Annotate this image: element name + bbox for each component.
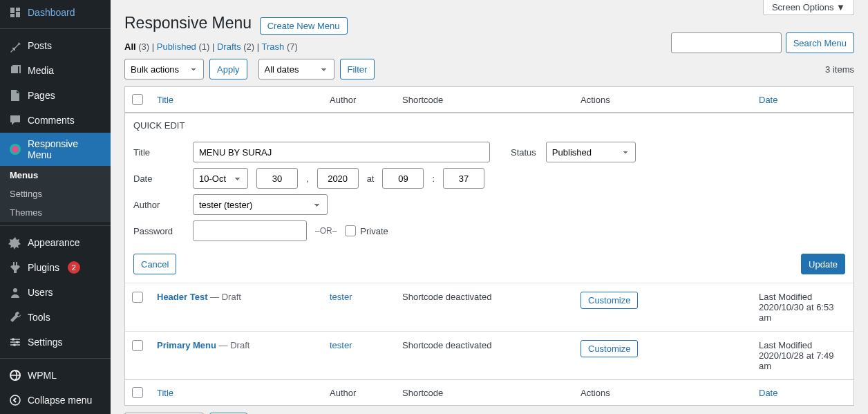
tools-icon [8,310,22,324]
page-icon [8,88,22,102]
sidebar-item-label: Pages [28,90,55,101]
sidebar-item-settings[interactable]: Settings [0,330,111,355]
sidebar-item-appearance[interactable]: Appearance [0,230,111,255]
filter-drafts[interactable]: Drafts [217,41,241,52]
table-row: Primary Menu — Draft tester Shortcode de… [125,331,853,379]
plugins-icon [8,261,22,274]
sidebar-submenu: Menus Settings Themes [0,166,111,222]
row-date-label: Last Modified [759,340,812,350]
filter-published[interactable]: Published [157,41,196,52]
sidebar-item-plugins[interactable]: Plugins2 [0,255,111,280]
qe-year-input[interactable] [317,168,359,189]
items-count: 3 items [825,64,854,75]
svg-point-7 [16,341,19,344]
row-date: 2020/10/30 at 6:53 am [759,302,833,323]
sidebar-item-pages[interactable]: Pages [0,83,111,108]
sidebar-item-wpml[interactable]: WPML [0,363,111,388]
row-shortcode: Shortcode deactivated [395,283,574,331]
sidebar-item-label: WPML [28,370,57,381]
row-author-link[interactable]: tester [330,292,352,302]
table-row: Header Test — Draft tester Shortcode dea… [125,283,853,331]
sidebar-sub-menus[interactable]: Menus [0,166,111,185]
sidebar-item-label: Tools [28,312,50,323]
footer-author: Author [323,379,395,405]
svg-point-1 [12,146,19,153]
sidebar-item-media[interactable]: Media [0,58,111,83]
qe-status-label: Status [511,147,536,158]
row-title-link[interactable]: Header Test [157,292,207,302]
qe-title-label: Title [133,147,185,158]
sidebar-item-posts[interactable]: Posts [0,33,111,58]
apply-bulk-button[interactable]: Apply [209,59,247,79]
sidebar-item-comments[interactable]: Comments [0,108,111,133]
filter-all[interactable]: All [124,41,136,52]
screen-options-toggle[interactable]: Screen Options ▼ [763,0,854,15]
qe-day-input[interactable] [256,168,298,189]
qe-or-text: –OR– [315,226,337,236]
admin-sidebar: Dashboard Posts Media Pages Comments Res… [0,0,111,414]
svg-point-10 [10,395,20,405]
filter-button[interactable]: Filter [340,59,375,79]
filter-trash[interactable]: Trash [262,41,285,52]
wpml-icon [8,368,22,382]
row-date-label: Last Modified [759,292,812,302]
qe-private-wrapper[interactable]: Private [345,225,388,236]
customize-button[interactable]: Customize [581,292,638,309]
row-author-link[interactable]: tester [330,340,352,350]
responsive-menu-icon [8,142,22,156]
footer-date[interactable]: Date [759,388,777,398]
qe-author-select[interactable]: tester (tester) [193,194,328,215]
sidebar-item-label: Collapse menu [28,395,92,406]
row-state: — Draft [219,340,250,350]
pin-icon [8,39,22,53]
bulk-actions-select[interactable]: Bulk actions [124,59,204,79]
qe-at-text: at [367,173,375,184]
sidebar-item-users[interactable]: Users [0,280,111,305]
row-checkbox[interactable] [132,292,143,303]
qe-hour-input[interactable] [382,168,424,189]
sidebar-item-label: Plugins [28,262,59,273]
create-new-menu-button[interactable]: Create New Menu [260,17,348,35]
sidebar-item-tools[interactable]: Tools [0,305,111,330]
sidebar-item-label: Posts [28,40,52,51]
qe-colon-text: : [432,173,435,184]
sidebar-item-dashboard[interactable]: Dashboard [0,0,111,25]
filter-all-count: (3) [138,41,149,52]
header-author: Author [323,87,395,113]
qe-minute-input[interactable] [443,168,484,189]
search-input[interactable] [671,32,782,53]
sidebar-sub-settings[interactable]: Settings [0,185,111,203]
footer-title[interactable]: Title [157,388,173,398]
search-button[interactable]: Search Menu [786,32,854,53]
qe-month-select[interactable]: 10-Oct [193,168,248,189]
customize-button[interactable]: Customize [581,340,638,357]
media-icon [8,64,22,77]
sidebar-item-label: Dashboard [28,7,75,18]
page-title: Responsive Menu [124,14,252,32]
appearance-icon [8,236,22,250]
select-all-checkbox-foot[interactable] [132,387,143,398]
sidebar-item-collapse[interactable]: Collapse menu [0,388,111,413]
sidebar-sub-themes[interactable]: Themes [0,203,111,222]
footer-actions: Actions [574,379,752,405]
qe-status-select[interactable]: Published [546,142,636,162]
header-shortcode: Shortcode [395,87,574,113]
qe-date-label: Date [133,173,185,184]
qe-update-button[interactable]: Update [801,254,845,274]
select-all-checkbox[interactable] [132,94,143,105]
plugins-update-badge: 2 [68,261,80,274]
sidebar-item-responsive-menu[interactable]: Responsive Menu [0,133,111,166]
filter-trash-count: (7) [287,41,298,52]
qe-password-label: Password [133,226,185,236]
header-date[interactable]: Date [759,95,777,105]
qe-title-input[interactable] [193,142,490,162]
qe-password-input[interactable] [193,220,307,241]
header-title[interactable]: Title [157,95,173,105]
qe-cancel-button[interactable]: Cancel [133,254,176,274]
main-content: Screen Options ▼ Responsive Menu Create … [111,0,868,414]
row-checkbox[interactable] [132,340,143,351]
date-filter-select[interactable]: All dates [258,59,334,79]
qe-private-checkbox[interactable] [345,225,356,236]
row-title-link[interactable]: Primary Menu [157,340,216,350]
row-shortcode: Shortcode deactivated [395,331,574,379]
